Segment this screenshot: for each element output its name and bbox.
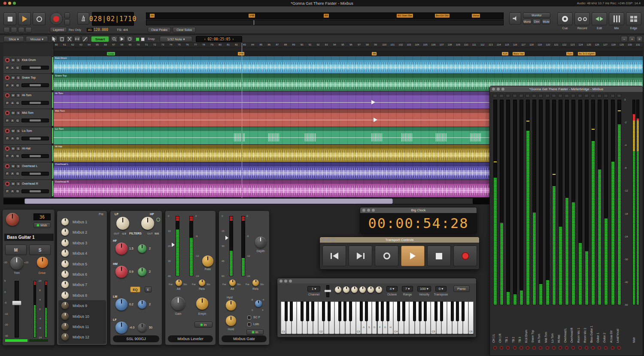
- leveler-rate-knob[interactable]: [202, 256, 213, 267]
- ruler-marker[interactable]: Bass Var: [513, 52, 525, 55]
- track-p-button[interactable]: P: [5, 172, 9, 176]
- cut-tool-button[interactable]: [66, 36, 73, 42]
- track-a-button[interactable]: A: [10, 137, 15, 140]
- piano-black-key[interactable]: [306, 301, 309, 321]
- eq-gain-knob[interactable]: [115, 322, 128, 334]
- rec-indicator[interactable]: [539, 346, 542, 350]
- slider-thumb[interactable]: [30, 190, 41, 192]
- monitor-speaker-button[interactable]: [509, 12, 521, 24]
- transport-aux-button[interactable]: [25, 27, 32, 33]
- track-p-button[interactable]: P: [5, 66, 9, 70]
- metronome-button[interactable]: [77, 12, 89, 24]
- transport-stop-button[interactable]: [427, 246, 451, 266]
- scrollbar-thumb[interactable]: [24, 198, 393, 204]
- record-arm-button[interactable]: [5, 129, 9, 133]
- mouse-mode-select[interactable]: Mouse ▾: [26, 36, 48, 42]
- stretch-tool-button[interactable]: [74, 36, 81, 42]
- piano-black-key[interactable]: [456, 301, 459, 321]
- tempo-display[interactable]: 120.000: [94, 28, 108, 32]
- eq-gain-knob[interactable]: [115, 266, 128, 278]
- stop-button[interactable]: [3, 12, 16, 25]
- record-arm-button[interactable]: [5, 182, 9, 186]
- gate-attack-knob[interactable]: [229, 280, 236, 286]
- track-a-button[interactable]: A: [10, 66, 15, 70]
- rec-indicator[interactable]: [565, 346, 568, 350]
- rec-indicator[interactable]: [617, 346, 621, 350]
- transport-aux-button[interactable]: [18, 27, 24, 33]
- track-gain-slider[interactable]: [21, 83, 49, 87]
- track-header[interactable]: MSMid-TomPAG: [3, 109, 52, 126]
- send-knob[interactable]: [61, 271, 69, 278]
- fader-handle[interactable]: [12, 301, 21, 305]
- monitor-mono-button[interactable]: Mono: [523, 19, 532, 24]
- channel-button[interactable]: [584, 94, 589, 97]
- track-a-button[interactable]: A: [10, 83, 15, 87]
- ruler-marker[interactable]: 9B: [372, 52, 377, 55]
- piano-black-key[interactable]: [301, 301, 304, 321]
- timeline-marker[interactable]: Verse: [472, 14, 480, 18]
- send-knob[interactable]: [61, 228, 69, 236]
- drive-knob[interactable]: [37, 257, 48, 268]
- grid-alt-toggle[interactable]: [141, 37, 145, 41]
- track-mute-button[interactable]: M: [11, 182, 15, 186]
- leveler-release-knob[interactable]: [199, 280, 205, 286]
- send-knob[interactable]: [61, 323, 69, 330]
- track-header[interactable]: MSSnare TopPAG: [3, 74, 52, 91]
- channel-button[interactable]: [565, 94, 569, 97]
- gate-in-button[interactable]: In: [246, 329, 264, 335]
- gate-release-knob[interactable]: [252, 280, 259, 286]
- slider-thumb[interactable]: [30, 67, 41, 69]
- clear-solos-button[interactable]: Clear Solos: [173, 27, 196, 33]
- piano-black-key[interactable]: [338, 301, 341, 321]
- edit-window-button[interactable]: [592, 12, 607, 25]
- channel-button[interactable]: [499, 94, 504, 97]
- gate-plugin-title[interactable]: Mixbus Gate: [222, 335, 267, 342]
- piano-black-key[interactable]: [311, 301, 314, 321]
- slider-thumb[interactable]: [30, 173, 41, 175]
- track-header[interactable]: MSHi-TomPAG: [3, 91, 52, 109]
- zoom-tool-button[interactable]: [111, 36, 118, 42]
- track-gain-slider[interactable]: [21, 137, 49, 140]
- panic-button[interactable]: Panic: [453, 286, 470, 292]
- window-controls[interactable]: [362, 209, 375, 212]
- channel-button[interactable]: [597, 94, 601, 97]
- sidechain-filter-checkbox[interactable]: [247, 316, 251, 319]
- track-a-button[interactable]: A: [10, 172, 15, 176]
- piano-black-key[interactable]: [381, 301, 384, 321]
- transpose-select[interactable]: 0▾: [435, 286, 447, 292]
- mix-window-button[interactable]: [609, 12, 624, 25]
- rec-indicator[interactable]: [598, 346, 601, 350]
- minimize-icon[interactable]: [367, 209, 370, 212]
- channel-button[interactable]: [571, 94, 575, 97]
- rec-indicator[interactable]: [532, 346, 536, 350]
- close-icon[interactable]: [492, 88, 495, 91]
- track-gain-slider[interactable]: [21, 154, 49, 158]
- time-signature-display[interactable]: TS: 4/4: [117, 28, 128, 32]
- piano-black-key[interactable]: [328, 301, 331, 321]
- eq-in-toggle[interactable]: EQ: [130, 286, 140, 292]
- mini-timeline[interactable]: IntV4BBRBG Start BarBs+Gtr DblVerse: [146, 12, 504, 19]
- track-g-button[interactable]: G: [15, 83, 20, 87]
- bars-beats-ruler[interactable]: 6061626364656667686970717273747576777879…: [54, 43, 643, 47]
- range-ruler[interactable]: [54, 47, 643, 52]
- nudge-forward-icon[interactable]: ›: [232, 37, 234, 41]
- leveler-emphasis-knob[interactable]: [196, 298, 208, 310]
- send-knob[interactable]: [61, 239, 69, 246]
- big-clock-time[interactable]: 00:00:54:28: [368, 215, 469, 231]
- maximize-icon[interactable]: [501, 88, 504, 91]
- transport-titlebar[interactable]: Transport Controls: [320, 237, 479, 243]
- rec-indicator[interactable]: [591, 346, 595, 350]
- midi-cc-knob[interactable]: [368, 286, 374, 293]
- piano-black-key[interactable]: [349, 301, 352, 321]
- channel-button[interactable]: [513, 94, 517, 97]
- track-header[interactable]: MSLo-TomPAG: [3, 127, 52, 144]
- piano-black-key[interactable]: [365, 301, 368, 321]
- ruler-marker[interactable]: A14: [502, 52, 508, 55]
- track-mute-button[interactable]: M: [11, 146, 15, 151]
- channel-button[interactable]: [578, 94, 582, 97]
- rec-indicator[interactable]: [611, 346, 614, 350]
- track-g-button[interactable]: G: [15, 119, 20, 122]
- maximize-icon[interactable]: [372, 209, 375, 212]
- track-solo-button[interactable]: S: [16, 182, 21, 186]
- loop-button[interactable]: [33, 12, 46, 25]
